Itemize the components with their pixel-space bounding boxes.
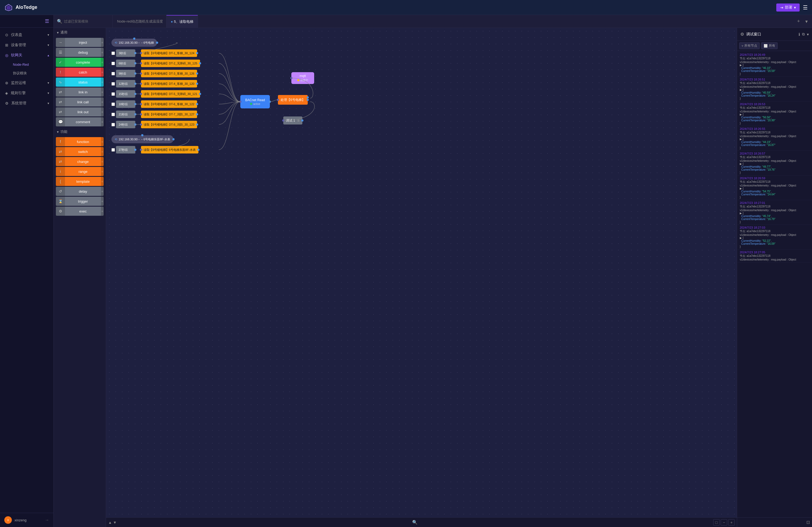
inject-node-2[interactable]: 6秒后 <box>112 60 135 67</box>
inj6-checkbox[interactable] <box>112 103 115 106</box>
source-node-2[interactable]: ⟲ 192.168.30.90－－6号电梯东面8F-水表 <box>112 135 173 143</box>
inject-node-6[interactable]: 18秒后 <box>112 100 135 108</box>
inject-node-7[interactable]: 21秒后 <box>112 110 135 118</box>
canvas-fullscreen-btn[interactable]: □ <box>713 519 720 526</box>
src2-icon: ⟲ <box>115 138 117 141</box>
dashboard-icon: ⊙ <box>5 33 8 37</box>
read-node-9[interactable]: 读取【6号楼电梯】6号电梯东面8F-水表 <box>141 146 199 153</box>
inject-node-1[interactable]: 3秒后 <box>112 49 135 57</box>
sidebar-item-node-red[interactable]: Node-Red <box>9 60 54 69</box>
palette-node-complete[interactable]: ✓ complete <box>56 58 104 67</box>
palette-section-general[interactable]: ▾ 通用 <box>54 28 106 37</box>
filter-all-icon: ⬜ <box>764 44 768 48</box>
palette-node-template[interactable]: { template <box>56 177 104 186</box>
canvas-zoom-in-btn[interactable]: + <box>728 519 735 526</box>
inj5-checkbox[interactable] <box>112 92 115 96</box>
inj7-checkbox[interactable] <box>112 113 115 116</box>
read-node-4[interactable]: 读取【6号楼电梯】DT-4_客梯_30_120 <box>141 80 197 88</box>
delay-icon: ↺ <box>56 187 65 196</box>
debug-filter-nodes-btn[interactable]: ▿ 所有节点 <box>739 42 760 49</box>
palette-node-link-call[interactable]: ⇄ link call <box>56 97 104 107</box>
sidebar-toggle-icon[interactable]: ☰ <box>45 18 49 24</box>
palette-node-change[interactable]: ⇄ change <box>56 157 104 166</box>
palette-node-link-in[interactable]: ⇄ link in <box>56 88 104 96</box>
sys-mgmt-arrow: ▾ <box>47 102 49 105</box>
tab-read-elevator[interactable]: ● 5、读取电梯 <box>166 15 198 28</box>
palette-node-catch[interactable]: ! catch <box>56 67 104 77</box>
inj9-checkbox[interactable] <box>112 148 115 152</box>
sidebar-item-monitor[interactable]: ⊛ 监控运维 ▾ <box>0 78 54 88</box>
palette-node-range[interactable]: i range <box>56 167 104 176</box>
debug-msg-data: ▶ { CurrentHumidity: "56.56", CurrentTem… <box>740 113 809 125</box>
palette-node-status[interactable]: ∿ status <box>56 77 104 87</box>
sidebar-item-label: 系统管理 <box>11 101 26 106</box>
debug-val: "56.56" <box>762 116 771 119</box>
read-node-2[interactable]: 读取【6号楼电梯】DT-2_无障碍_30_125 <box>141 60 200 67</box>
palette-node-function[interactable]: f function <box>56 137 104 146</box>
palette-node-delay[interactable]: ↺ delay <box>56 187 104 196</box>
palette-node-exec[interactable]: ⚙ exec <box>56 207 104 216</box>
debug-filter-all-btn[interactable]: ⬜ 所有 <box>761 42 778 49</box>
inj1-checkbox[interactable] <box>112 51 115 55</box>
tab-node-red-dynamic[interactable]: Node-red动态随机生成温湿度 <box>113 15 166 28</box>
inject-node-3[interactable]: 9秒后 <box>112 70 135 77</box>
palette-node-trigger[interactable]: ⌛ trigger <box>56 197 104 206</box>
palette-node-comment[interactable]: 💬 comment <box>56 117 104 126</box>
sidebar-item-protocol-module[interactable]: 协议模块 <box>9 69 54 78</box>
debug-key: CurrentHumidity <box>741 140 761 144</box>
search-box: 🔍 <box>54 15 113 28</box>
debug-key: CurrentTemperature <box>741 94 765 97</box>
debug-screen-icon[interactable]: ⊡ <box>806 520 810 525</box>
canvas[interactable]: ⟲ 192.168.30.90－－6号电梯 3秒后 <box>106 28 737 527</box>
sidebar-item-sys-mgmt[interactable]: ⚙ 系统管理 ▾ <box>0 98 54 108</box>
sidebar-item-device-mgmt[interactable]: ⊞ 设备管理 ▾ <box>0 40 54 50</box>
src1-port-right <box>156 42 158 44</box>
sidebar-item-dashboard[interactable]: ⊙ 仪表盘 ▾ <box>0 30 54 40</box>
canvas-search-icon[interactable]: 🔍 <box>412 520 418 525</box>
add-tab-button[interactable]: + <box>795 17 802 25</box>
palette-node-inject[interactable]: → inject <box>56 38 104 47</box>
read-node-5[interactable]: 读取【6号楼电梯】DT-5_无障碍_30_121 <box>141 90 200 98</box>
palette-node-debug[interactable]: ☰ debug <box>56 48 104 57</box>
inject-node-9[interactable]: 27秒后 <box>112 146 135 153</box>
logo-icon <box>4 3 13 12</box>
palette-section-function[interactable]: ▾ 功能 <box>54 127 106 136</box>
bacnet-read-node[interactable]: BACnet Read active <box>240 95 270 108</box>
inject-node-4[interactable]: 12秒后 <box>112 80 135 88</box>
canvas-nav-up[interactable]: ▲ <box>108 520 112 525</box>
palette-node-link-out[interactable]: ⇄ link out <box>56 107 104 117</box>
inject-label: inject <box>65 41 101 45</box>
sidebar-item-soft-gateway[interactable]: ◎ 软网关 ▴ <box>0 50 54 60</box>
debug-msg-node: 节点: a1a7ebc132297118 <box>740 81 809 85</box>
debug-info-icon[interactable]: ℹ <box>799 32 800 36</box>
canvas-zoom-out-btn[interactable]: − <box>721 519 727 526</box>
read-node-7[interactable]: 读取【6号楼电梯】DT-7_消防_30_127 <box>141 110 197 118</box>
change-label: change <box>65 160 101 164</box>
inj8-checkbox[interactable] <box>112 123 115 126</box>
read-node-8[interactable]: 读取【6号楼电梯】DT-8_消防_30_123 <box>141 121 197 128</box>
mqtt-node[interactable]: mqtt 连接中 <box>291 72 314 84</box>
palette-node-switch[interactable]: ⇄ switch <box>56 147 104 156</box>
menu-icon[interactable]: ☰ <box>803 4 808 11</box>
search-input[interactable] <box>64 19 107 23</box>
tab-menu-button[interactable]: ▾ <box>803 17 810 26</box>
logout-icon[interactable]: → <box>45 517 49 523</box>
debug-canvas-node[interactable]: 调试 1 ☰ <box>283 117 302 124</box>
debug-dropdown-icon[interactable]: ▾ <box>807 32 809 36</box>
read-node-1[interactable]: 读取【6号楼电梯】DT-1_客梯_30_124 <box>141 49 197 57</box>
inj4-checkbox[interactable] <box>112 82 115 86</box>
source-node-1[interactable]: ⟲ 192.168.30.90－－6号电梯 <box>112 39 157 47</box>
inj3-checkbox[interactable] <box>112 72 115 75</box>
deploy-button[interactable]: ⇥ 部署 ▾ <box>776 3 800 12</box>
inj2-checkbox[interactable] <box>112 62 115 65</box>
canvas-nav-down[interactable]: ▼ <box>113 520 117 525</box>
inject-node-8[interactable]: 24秒后 <box>112 121 135 128</box>
read-node-6[interactable]: 读取【6号楼电梯】DT-6_客梯_30_122 <box>141 100 197 108</box>
src1-icon: ⟲ <box>115 41 117 45</box>
process-node[interactable]: 处理【6号电梯】 <box>278 95 308 105</box>
sidebar-item-rules[interactable]: ◈ 规则引擎 ▾ <box>0 88 54 98</box>
soft-gateway-arrow: ▴ <box>47 54 49 57</box>
debug-copy-icon[interactable]: ⧉ <box>802 32 805 36</box>
read-node-3[interactable]: 读取【6号楼电梯】DT-3_客梯_30_126 <box>141 70 197 77</box>
inject-node-5[interactable]: 15秒后 <box>112 90 135 98</box>
